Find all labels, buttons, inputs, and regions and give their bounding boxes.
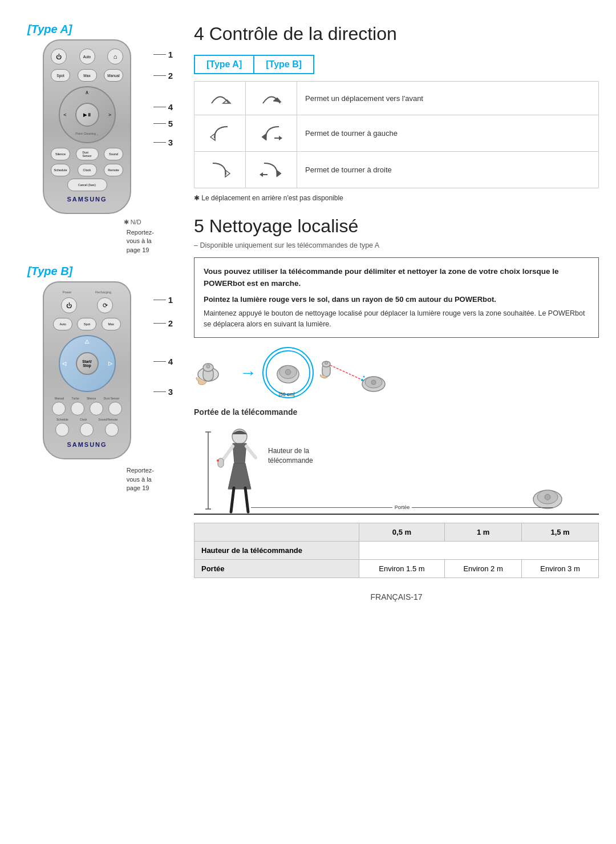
btn-spot-b[interactable]: Spot bbox=[77, 318, 96, 330]
remote-type-a: ⏻ Auto ⌂ Spot Max Manual ∧ ＜ ＞ ▶⏸ P bbox=[43, 39, 131, 214]
btn-schedule-b[interactable] bbox=[55, 423, 69, 437]
btn-recharging-b[interactable]: ⟳ bbox=[97, 297, 113, 313]
type-b-header: [Type B] bbox=[253, 55, 314, 74]
btn-cancel-a[interactable]: Cancel (3sec) bbox=[67, 179, 107, 191]
table-row: Permet de tourner à gauche bbox=[194, 115, 599, 152]
btn-silence-a[interactable]: Silence bbox=[51, 148, 70, 160]
remote-type-b: Power Recharging ⏻ ⟳ Auto Spot Max △ bbox=[43, 281, 131, 459]
dpad-center-b[interactable]: Start/Stop bbox=[76, 352, 99, 375]
btn-remote-a[interactable]: Remote bbox=[104, 164, 123, 176]
btn-auto-a[interactable]: Auto bbox=[79, 49, 95, 64]
label-3-b: 3 bbox=[168, 387, 173, 397]
icon-left-a bbox=[194, 115, 246, 152]
label-2-a: 2 bbox=[168, 71, 173, 80]
svg-marker-5 bbox=[279, 136, 282, 140]
btn-manual-a[interactable]: Manual bbox=[104, 69, 123, 82]
sound-remote-b-label: Sound/Remote bbox=[99, 418, 117, 421]
btn-sound-remote-b[interactable] bbox=[105, 423, 119, 437]
portee-label: Portée de la télécommande bbox=[194, 407, 599, 417]
btn-power-a[interactable]: ⏻ bbox=[51, 49, 67, 64]
desc-left: Permet de tourner à gauche bbox=[297, 115, 599, 152]
type-a-header: [Type A] bbox=[194, 55, 254, 74]
portee-data-table: 0,5 m 1 m 1,5 m Hauteur de la télécomman… bbox=[194, 523, 599, 578]
svg-point-37 bbox=[545, 494, 550, 500]
hauteur-label: Hauteur de latélécommande bbox=[268, 446, 313, 466]
btn-turbo-b[interactable] bbox=[71, 402, 84, 415]
svg-point-28 bbox=[363, 376, 365, 378]
manual-b-label: Manual bbox=[55, 397, 64, 400]
info-box-sub: Pointez la lumière rouge vers le sol, da… bbox=[204, 295, 589, 304]
table-col-05m: 0,5 m bbox=[359, 523, 444, 542]
svg-marker-0 bbox=[223, 100, 230, 103]
portee-arrow-illus: Portée bbox=[251, 504, 553, 510]
dpad-center-a[interactable]: ▶⏸ bbox=[75, 103, 99, 127]
svg-marker-9 bbox=[260, 172, 263, 177]
btn-home-a[interactable]: ⌂ bbox=[107, 49, 123, 64]
svg-point-31 bbox=[217, 459, 219, 462]
turbo-b-label: Turbo bbox=[72, 397, 79, 400]
svg-point-26 bbox=[371, 380, 376, 385]
btn-max-b[interactable]: Max bbox=[102, 318, 121, 330]
btn-spot-a[interactable]: Spot bbox=[51, 69, 70, 82]
height-bracket-illus bbox=[197, 426, 214, 515]
btn-clock-a[interactable]: Clock bbox=[78, 164, 97, 176]
reportez-a: Reportez-vous à lapage 19 bbox=[127, 228, 154, 255]
schedule-b-label: Schedule bbox=[56, 418, 68, 421]
svg-point-13 bbox=[206, 365, 210, 368]
btn-manual-b[interactable] bbox=[52, 402, 66, 415]
dpad-left-b[interactable]: ◁ bbox=[62, 361, 66, 366]
reportez-b: Reportez-vous à lapage 19 bbox=[127, 466, 154, 492]
dpad-right-a[interactable]: ＞ bbox=[107, 111, 112, 119]
illustration-row: → |50 cm| bbox=[194, 347, 599, 398]
label-5-a: 5 bbox=[168, 119, 173, 128]
label-2-b: 2 bbox=[168, 318, 173, 328]
icon-left-b bbox=[246, 115, 297, 152]
table-row: Permet de tourner à droite bbox=[194, 152, 599, 188]
svg-marker-3 bbox=[262, 134, 266, 140]
btn-max-a[interactable]: Max bbox=[78, 69, 97, 82]
portee-val-05m: Environ 1.5 m bbox=[359, 560, 444, 578]
dpad-a: ∧ ＜ ＞ ▶⏸ Point Cleaning _ bbox=[59, 86, 116, 143]
svg-rect-30 bbox=[218, 458, 224, 467]
btn-sound-a[interactable]: Sound bbox=[104, 148, 123, 160]
left-column: [Type A] ⏻ Auto ⌂ Spot Max Manual bbox=[17, 23, 177, 821]
samsung-logo-a: SAMSUNG bbox=[51, 196, 123, 203]
desc-forward: Permet un déplacement vers l'avant bbox=[297, 82, 599, 115]
dpad-right-b[interactable]: ▷ bbox=[108, 361, 112, 366]
label-4-b: 4 bbox=[168, 357, 173, 366]
portee-val-15m: Environ 3 m bbox=[522, 560, 599, 578]
nd-label: ✱ N/D bbox=[124, 219, 154, 226]
svg-point-27 bbox=[361, 379, 363, 381]
section5-title: 5 Nettoyage localisé bbox=[194, 216, 599, 237]
svg-point-22 bbox=[325, 362, 328, 365]
recharging-label-b: Recharging bbox=[95, 290, 111, 294]
floor-line bbox=[194, 514, 599, 515]
table-col-15m: 1,5 m bbox=[522, 523, 599, 542]
right-column: 4 Contrôle de la direction [Type A] [Typ… bbox=[177, 23, 599, 821]
remote-hand-right-illus bbox=[319, 353, 388, 393]
direction-table-header: [Type A] [Type B] bbox=[194, 55, 599, 74]
btn-auto-b[interactable]: Auto bbox=[53, 318, 72, 330]
icon-forward-a bbox=[194, 82, 246, 115]
btn-power-b[interactable]: ⏻ bbox=[61, 297, 77, 313]
svg-point-17 bbox=[285, 370, 291, 375]
btn-clock-b[interactable] bbox=[80, 423, 94, 437]
point-cleaning-label: Point Cleaning _ bbox=[75, 132, 98, 135]
label-3-a: 3 bbox=[168, 138, 173, 147]
dpad-b: △ ◁ ▷ Start/Stop bbox=[59, 335, 116, 392]
table-row: Portée Environ 1.5 m Environ 2 m Environ… bbox=[194, 560, 599, 578]
dpad-up-b[interactable]: △ bbox=[85, 338, 89, 344]
btn-silence-b2[interactable] bbox=[90, 402, 103, 415]
label-4-a: 4 bbox=[168, 102, 173, 112]
btn-dust-b2[interactable] bbox=[108, 402, 122, 415]
dpad-left-a[interactable]: ＜ bbox=[62, 111, 67, 119]
hauteur-cell-label: Hauteur de la télécommande bbox=[194, 542, 359, 560]
svg-line-23 bbox=[330, 365, 365, 381]
icon-right-a bbox=[194, 152, 246, 188]
btn-schedule-a[interactable]: Schedule bbox=[51, 164, 70, 176]
direction-table: Permet un déplacement vers l'avant bbox=[194, 81, 599, 188]
svg-marker-7 bbox=[277, 170, 281, 177]
section5-subtitle: – Disponible uniquement sur les télécomm… bbox=[194, 241, 599, 249]
btn-dust-a[interactable]: DustSensor bbox=[76, 148, 99, 160]
dpad-up-a[interactable]: ∧ bbox=[85, 90, 89, 95]
